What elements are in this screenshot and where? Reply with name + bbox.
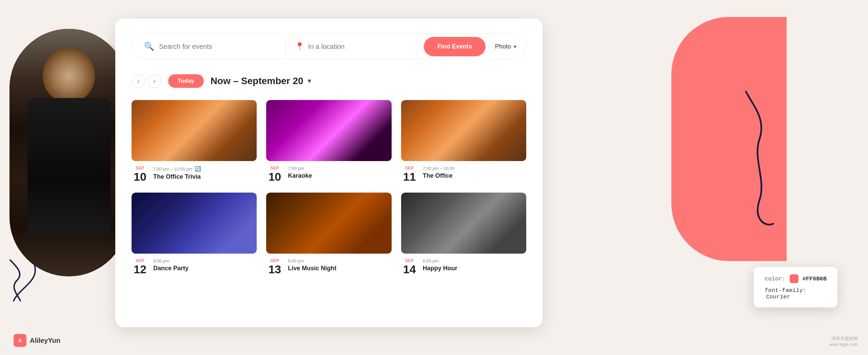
event-time: 9:00 pm	[153, 258, 257, 263]
location-section: 📍	[285, 34, 424, 59]
event-day: 14	[403, 263, 416, 276]
event-time: 6:00 pm	[423, 258, 526, 263]
event-meta: SEP 10 7:00 pm – 10:00 pm🔄 The Office Tr…	[132, 166, 257, 183]
date-chevron-icon: ▾	[308, 77, 311, 85]
event-title: Live Music Night	[288, 265, 391, 272]
nav-arrows: ‹ ›	[132, 74, 161, 88]
events-grid: SEP 10 7:00 pm – 10:00 pm🔄 The Office Tr…	[132, 100, 526, 276]
color-swatch	[790, 274, 798, 283]
event-info: 7:00 pm – 10:00 The Office	[423, 166, 526, 179]
watermark-left: A AlileyYun	[14, 334, 60, 347]
prev-button[interactable]: ‹	[132, 74, 145, 88]
event-day: 13	[268, 263, 281, 276]
event-time: 7:00 pm – 10:00	[423, 166, 526, 171]
search-icon: 🔍	[144, 42, 154, 51]
event-date-block: SEP 11	[401, 166, 418, 183]
color-info-row: color: #FF6B6B	[765, 274, 827, 283]
event-info: 9:00 pm Dance Party	[153, 258, 257, 272]
event-date-block: SEP 10	[132, 166, 149, 183]
event-date-block: SEP 13	[266, 258, 283, 276]
watermark-right: 淘哥哥素材网 www.tqge.com	[829, 336, 858, 347]
event-image	[266, 193, 391, 254]
event-day: 11	[403, 171, 416, 183]
event-card[interactable]: SEP 10 7:00 pm – 10:00 pm🔄 The Office Tr…	[132, 100, 257, 183]
event-day: 10	[134, 171, 146, 183]
search-section: 🔍	[135, 34, 285, 59]
event-month: SEP	[271, 166, 279, 171]
color-hex-value: #FF6B6B	[803, 276, 827, 282]
event-card[interactable]: SEP 14 6:00 pm Happy Hour	[401, 193, 526, 276]
event-title: The Office Trivia	[153, 173, 257, 180]
chevron-down-icon: ▾	[514, 43, 516, 50]
event-meta: SEP 11 7:00 pm – 10:00 The Office	[401, 166, 526, 183]
color-label: color:	[765, 276, 785, 282]
next-button[interactable]: ›	[148, 74, 161, 88]
watermark-site-line2: www.tqge.com	[829, 342, 858, 347]
curly-line-right	[739, 85, 834, 227]
watermark-site-line1: 淘哥哥素材网	[829, 336, 858, 342]
search-input[interactable]	[159, 43, 276, 51]
brand-logo-icon: A	[14, 334, 26, 347]
event-card[interactable]: SEP 12 9:00 pm Dance Party	[132, 193, 257, 276]
event-image	[132, 193, 257, 254]
event-title: Dance Party	[153, 265, 257, 272]
event-info: 7:00 pm Karaoke	[288, 166, 391, 179]
person-photo	[9, 29, 128, 276]
date-range-display: Now – September 20 ▾	[211, 76, 311, 86]
today-button[interactable]: Today	[168, 74, 204, 88]
event-meta: SEP 13 8:00 pm Live Music Night	[266, 258, 391, 276]
location-icon: 📍	[295, 42, 304, 51]
photo-label: Photo	[495, 43, 511, 50]
event-month: SEP	[271, 258, 279, 263]
font-family-value: Courier	[765, 294, 790, 300]
event-month: SEP	[136, 258, 144, 263]
event-image	[401, 100, 526, 161]
find-events-button[interactable]: Find Events	[424, 37, 486, 56]
event-card[interactable]: SEP 10 7:00 pm Karaoke	[266, 100, 391, 183]
event-date-block: SEP 10	[266, 166, 283, 183]
event-title: The Office	[423, 172, 526, 179]
event-time: 7:00 pm	[288, 166, 391, 171]
event-day: 10	[268, 171, 281, 183]
event-info: 7:00 pm – 10:00 pm🔄 The Office Trivia	[153, 166, 257, 180]
event-time: 7:00 pm – 10:00 pm🔄	[153, 166, 257, 172]
event-date-block: SEP 12	[132, 258, 149, 276]
color-info-box: color: #FF6B6B font-family: Courier	[754, 267, 837, 308]
event-time: 8:00 pm	[288, 258, 391, 263]
event-meta: SEP 10 7:00 pm Karaoke	[266, 166, 391, 183]
date-range-text: Now – September 20	[211, 76, 303, 86]
event-image	[266, 100, 391, 161]
event-info: 8:00 pm Live Music Night	[288, 258, 391, 272]
event-month: SEP	[405, 166, 414, 171]
event-info: 6:00 pm Happy Hour	[423, 258, 526, 272]
event-month: SEP	[405, 258, 414, 263]
date-navigation: ‹ › Today Now – September 20 ▾	[132, 74, 526, 88]
event-title: Happy Hour	[423, 265, 526, 272]
event-image	[401, 193, 526, 254]
event-meta: SEP 14 6:00 pm Happy Hour	[401, 258, 526, 276]
event-image	[132, 100, 257, 161]
font-family-label: font-family:	[765, 287, 806, 294]
recurring-icon: 🔄	[195, 166, 201, 172]
location-input[interactable]	[308, 43, 414, 51]
font-info-row: font-family: Courier	[765, 287, 827, 300]
photo-dropdown[interactable]: Photo ▾	[488, 43, 523, 50]
event-title: Karaoke	[288, 172, 391, 179]
event-card[interactable]: SEP 13 8:00 pm Live Music Night	[266, 193, 391, 276]
brand-name: AlileyYun	[30, 337, 60, 344]
event-meta: SEP 12 9:00 pm Dance Party	[132, 258, 257, 276]
search-bar: 🔍 📍 Find Events Photo ▾	[132, 34, 526, 59]
event-card[interactable]: SEP 11 7:00 pm – 10:00 The Office	[401, 100, 526, 183]
event-day: 12	[134, 263, 146, 276]
event-date-block: SEP 14	[401, 258, 418, 276]
main-card: 🔍 📍 Find Events Photo ▾ ‹ › Today Now – …	[115, 19, 542, 327]
event-month: SEP	[136, 166, 144, 171]
